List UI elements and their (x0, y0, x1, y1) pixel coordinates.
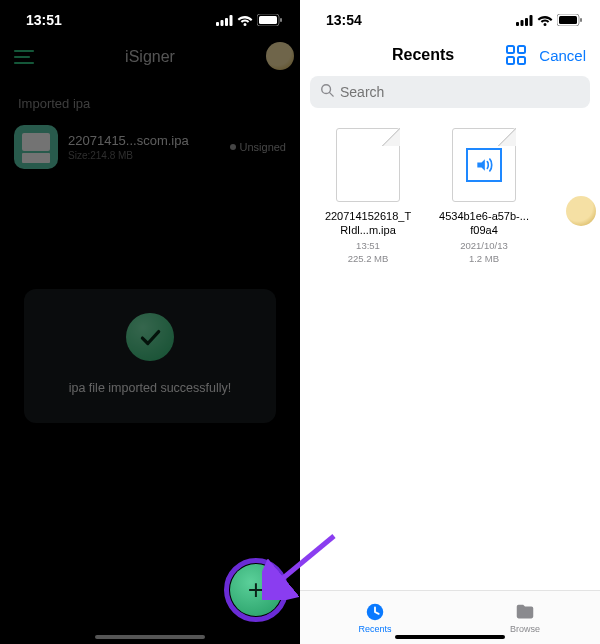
app-header: iSigner (0, 40, 300, 74)
ipa-file-icon (14, 125, 58, 169)
file-name: 220714152618_TRIdl...m.ipa (322, 210, 414, 238)
file-item[interactable]: 220714152618_TRIdl...m.ipa 13:51 225.2 M… (322, 128, 414, 264)
search-icon (320, 83, 334, 101)
svg-rect-16 (580, 18, 582, 22)
plus-icon: + (248, 574, 264, 606)
svg-rect-20 (518, 57, 525, 64)
status-time: 13:54 (326, 12, 362, 28)
cancel-button[interactable]: Cancel (539, 47, 586, 64)
file-time: 13:51 (322, 240, 414, 251)
home-indicator[interactable] (95, 635, 205, 639)
right-screenshot: 13:54 Recents Cancel (300, 0, 600, 644)
ipa-status: Unsigned (230, 141, 286, 153)
grid-toggle-icon[interactable] (505, 44, 527, 66)
status-bar: 13:54 (300, 0, 600, 40)
file-name: 4534b1e6-a57b-...f09a4 (438, 210, 530, 238)
status-time: 13:51 (26, 12, 62, 28)
svg-rect-0 (216, 22, 219, 26)
svg-rect-19 (507, 57, 514, 64)
battery-icon (557, 14, 582, 26)
svg-rect-6 (280, 18, 282, 22)
svg-rect-15 (559, 16, 577, 24)
svg-rect-10 (516, 22, 519, 26)
search-input[interactable] (340, 84, 580, 100)
ipa-row[interactable]: 22071415...scom.ipa Size:214.8 MB Unsign… (0, 121, 300, 179)
audio-file-icon (452, 128, 516, 202)
app-title: iSigner (0, 48, 300, 66)
file-grid: 220714152618_TRIdl...m.ipa 13:51 225.2 M… (300, 118, 600, 274)
svg-rect-17 (507, 46, 514, 53)
file-size: 1.2 MB (438, 253, 530, 264)
svg-rect-13 (530, 15, 533, 26)
svg-rect-11 (521, 20, 524, 26)
signal-icon (516, 15, 533, 26)
wifi-icon (237, 15, 253, 26)
sticker-icon (566, 196, 596, 226)
picker-title: Recents (392, 46, 454, 64)
status-dot-icon (230, 144, 236, 150)
svg-rect-1 (221, 20, 224, 26)
tab-label: Recents (358, 624, 391, 634)
file-time: 2021/10/13 (438, 240, 530, 251)
toast-text: ipa file imported successfully! (42, 381, 258, 395)
left-screenshot: 13:51 iSigner Imported ipa 22071415...sc… (0, 0, 300, 644)
signal-icon (216, 15, 233, 26)
success-toast: ipa file imported successfully! (24, 289, 276, 423)
wifi-icon (537, 15, 553, 26)
document-icon (336, 128, 400, 202)
home-indicator[interactable] (395, 635, 505, 639)
ipa-filesize: Size:214.8 MB (68, 150, 220, 161)
svg-marker-23 (477, 159, 485, 171)
tab-label: Browse (510, 624, 540, 634)
svg-rect-5 (259, 16, 277, 24)
search-field[interactable] (310, 76, 590, 108)
picker-header: Recents Cancel (300, 40, 600, 72)
file-item[interactable]: 4534b1e6-a57b-...f09a4 2021/10/13 1.2 MB (438, 128, 530, 264)
check-icon (126, 313, 174, 361)
svg-rect-3 (230, 15, 233, 26)
battery-icon (257, 14, 282, 26)
status-bar: 13:51 (0, 0, 300, 40)
svg-rect-18 (518, 46, 525, 53)
svg-rect-2 (225, 18, 228, 26)
svg-line-22 (330, 93, 334, 97)
avatar[interactable] (266, 42, 294, 70)
svg-rect-12 (525, 18, 528, 26)
ipa-filename: 22071415...scom.ipa (68, 133, 220, 148)
file-size: 225.2 MB (322, 253, 414, 264)
section-label: Imported ipa (0, 74, 300, 121)
add-ipa-fab[interactable]: + (230, 564, 282, 616)
